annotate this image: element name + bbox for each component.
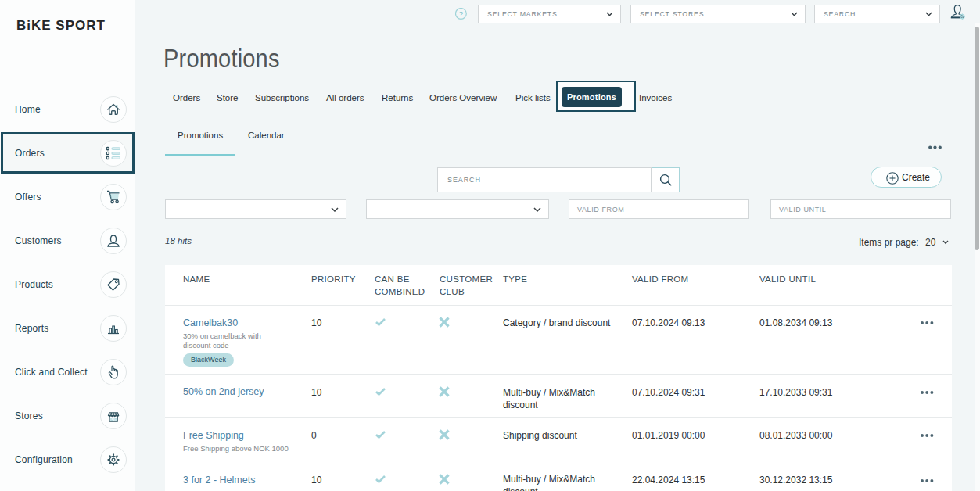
svg-text:?: ? bbox=[459, 9, 463, 18]
